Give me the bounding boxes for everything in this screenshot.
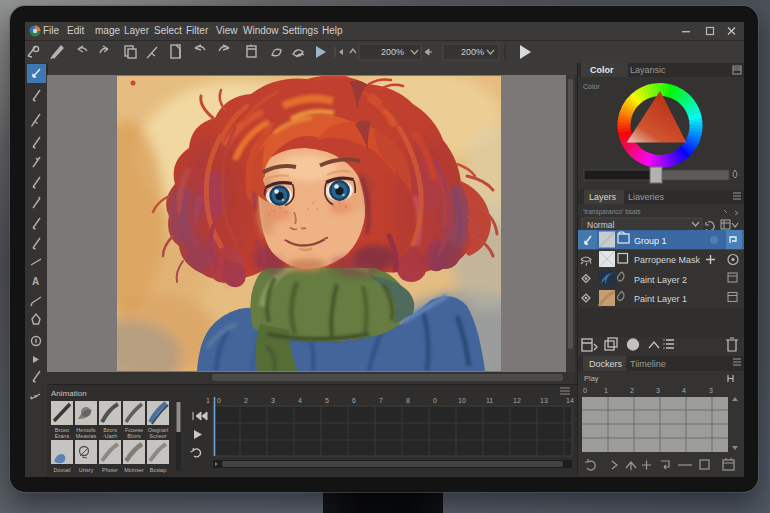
svg-text:Group 1: Group 1 — [634, 236, 667, 246]
svg-text:Dockers: Dockers — [589, 359, 623, 369]
svg-text:Mcmser: Mcmser — [124, 467, 144, 473]
svg-text:4: 4 — [682, 387, 686, 394]
svg-text:3: 3 — [656, 387, 660, 394]
svg-text:Doxtail: Doxtail — [54, 467, 71, 473]
svg-text:14: 14 — [566, 397, 574, 404]
svg-text:Animation: Animation — [51, 389, 87, 398]
svg-text:Blxirs: Blxirs — [127, 433, 141, 439]
svg-text:Scrieor: Scrieor — [149, 433, 167, 439]
svg-text:200%: 200% — [381, 47, 404, 57]
svg-text:Color: Color — [583, 83, 600, 90]
svg-text:Layers: Layers — [589, 192, 617, 202]
svg-text:200%: 200% — [461, 47, 484, 57]
svg-text:0: 0 — [433, 397, 437, 404]
svg-text:Erans: Erans — [55, 433, 70, 439]
svg-text:7: 7 — [379, 397, 383, 404]
svg-text:-Uazh: -Uazh — [103, 433, 118, 439]
svg-text:A: A — [32, 276, 39, 287]
svg-text:'transparanco' bsals: 'transparanco' bsals — [583, 208, 641, 216]
svg-text:Phoier: Phoier — [102, 467, 118, 473]
svg-text:0: 0 — [583, 387, 587, 394]
svg-text:Bcsiap: Bcsiap — [150, 467, 167, 473]
svg-text:1: 1 — [604, 387, 608, 394]
svg-text:2: 2 — [630, 387, 634, 394]
svg-text:3: 3 — [709, 387, 713, 394]
svg-text:1: 1 — [206, 397, 210, 404]
svg-text:0: 0 — [217, 397, 221, 404]
svg-text:4: 4 — [298, 397, 302, 404]
svg-text:Color: Color — [590, 65, 614, 75]
svg-text:Normal: Normal — [587, 220, 615, 230]
svg-text:11: 11 — [486, 397, 493, 404]
svg-text:2: 2 — [244, 397, 248, 404]
svg-text:Paint Layer 2: Paint Layer 2 — [634, 275, 687, 285]
svg-text:12: 12 — [513, 397, 521, 404]
svg-text:Liaveries: Liaveries — [628, 192, 665, 202]
svg-text:10: 10 — [458, 397, 466, 404]
svg-text:3: 3 — [271, 397, 275, 404]
svg-text:Paint Layer 1: Paint Layer 1 — [634, 294, 687, 304]
svg-text:Play: Play — [584, 374, 599, 383]
svg-text:6: 6 — [352, 397, 356, 404]
svg-text:5: 5 — [325, 397, 329, 404]
svg-text:Meaxias: Meaxias — [76, 433, 97, 439]
svg-text:Tiimeline: Tiimeline — [630, 359, 666, 369]
svg-text:Urtsry: Urtsry — [79, 467, 94, 473]
svg-text:Parropene Mask: Parropene Mask — [634, 255, 701, 265]
svg-text:13: 13 — [540, 397, 548, 404]
svg-text:Layansic: Layansic — [630, 65, 666, 75]
svg-text:8: 8 — [406, 397, 410, 404]
